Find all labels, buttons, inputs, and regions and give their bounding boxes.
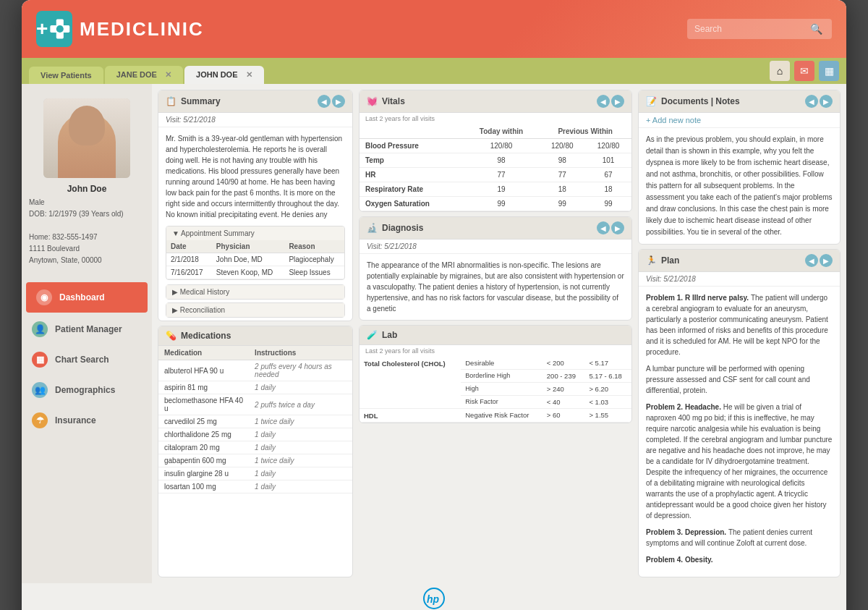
appt-reason: Sleep Issues <box>284 266 344 279</box>
home-icon-btn[interactable]: ⌂ <box>770 61 790 81</box>
meds-col-name: Medication <box>158 346 249 360</box>
vital-today: 19 <box>464 182 540 197</box>
medical-history-expandable: ▶ Medical History <box>166 284 345 300</box>
lab-header: 🧪 Lab <box>359 326 631 345</box>
plan-header: 🏃 Plan ◀ ▶ <box>639 250 840 272</box>
tab-john-doe[interactable]: JOHN DOE ✕ <box>184 66 264 84</box>
medication-row: chlorthalidone 25 mg1 daily <box>158 428 352 441</box>
summary-title: 📋 Summary <box>166 96 221 106</box>
medications-panel: 💊 Medications Medication Instructions <box>158 326 353 577</box>
med-name: albuterol HFA 90 u <box>158 360 249 381</box>
plan-problem-block: Problem 3. Depression. The patient denie… <box>646 527 833 548</box>
vitals-row: Blood Pressure120/80120/80120/80 <box>359 139 631 153</box>
med-name: insulin glargine 28 u <box>158 467 249 480</box>
lab-title: 🧪 Lab <box>367 330 397 340</box>
vitals-next-btn[interactable]: ▶ <box>611 95 624 108</box>
vitals-period: Last 2 years for all visits <box>359 113 631 124</box>
vitals-col-today: Today within <box>464 124 540 139</box>
patient-photo <box>43 98 130 178</box>
lab-sublevel: High <box>461 383 542 396</box>
vital-label: HR <box>359 168 464 182</box>
lab-range2: > 1.55 <box>584 409 631 423</box>
appt-date: 7/16/2017 <box>166 266 212 279</box>
hp-area: hp <box>22 583 846 610</box>
diagnosis-header: 🔬 Diagnosis ◀ ▶ <box>359 217 631 240</box>
vitals-nav: ◀ ▶ <box>597 95 624 108</box>
sidebar-item-demographics[interactable]: 👥 Demographics <box>22 375 152 405</box>
med-name: citalopram 20 mg <box>158 441 249 454</box>
plan-content: Problem 1. R IIIrd nerve palsy. The pati… <box>639 287 840 577</box>
lab-range1: > 240 <box>542 383 585 396</box>
summary-next-btn[interactable]: ▶ <box>332 95 345 108</box>
appointment-row: 2/1/2018John Doe, MDPlagiocephaly <box>166 253 344 266</box>
vital-ref: 101 <box>585 153 631 168</box>
medical-history-header[interactable]: ▶ Medical History <box>166 285 344 299</box>
summary-panel: 📋 Summary ◀ ▶ Visit: 5/21/2018 Mr. Smith… <box>158 90 353 321</box>
sidebar-item-patient-manager[interactable]: 👤 Patient Manager <box>22 314 152 344</box>
main-content: John Doe Male DOB: 1/2/1979 (39 Years ol… <box>22 84 846 583</box>
tabs: View Patients JANE DOE ✕ JOHN DOE ✕ <box>29 66 264 84</box>
sidebar-item-dashboard[interactable]: ◉ Dashboard <box>26 282 148 313</box>
plan-problem-label: Problem 4. Obesity. <box>646 556 713 564</box>
medications-title: 💊 Medications <box>166 331 231 341</box>
plan-nav: ◀ ▶ <box>805 254 833 267</box>
vitals-col-label <box>359 124 464 139</box>
vital-today: 77 <box>464 168 540 182</box>
diagnosis-next-btn[interactable]: ▶ <box>611 221 624 234</box>
search-input[interactable] <box>694 24 810 34</box>
summary-prev-btn[interactable]: ◀ <box>318 95 331 108</box>
tab-jane-doe[interactable]: JANE DOE ✕ <box>105 66 183 84</box>
vitals-col-previous: Previous Within <box>539 124 631 139</box>
documents-panel: 📝 Documents | Notes ◀ ▶ + Add new note A… <box>638 90 841 245</box>
summary-text: Mr. Smith is a 39-year-old gentleman wit… <box>158 127 352 221</box>
lab-sublevel: Negative Risk Factor <box>461 409 542 423</box>
diagnosis-visit: Visit: 5/21/2018 <box>359 240 631 254</box>
vitals-prev-btn[interactable]: ◀ <box>597 95 610 108</box>
appt-summary-header[interactable]: ▼ Appointment Summary <box>166 226 344 240</box>
logo-icon <box>36 11 72 47</box>
medication-row: losartan 100 mg1 daily <box>158 480 352 493</box>
med-instructions: 1 daily <box>249 467 352 480</box>
diagnosis-prev-btn[interactable]: ◀ <box>597 221 610 234</box>
sidebar-item-insurance[interactable]: ☂ Insurance <box>22 405 152 436</box>
medications-header: 💊 Medications <box>158 326 352 346</box>
med-instructions: 1 twice daily <box>249 415 352 428</box>
vitals-icon: 💓 <box>367 96 378 106</box>
left-column: 📋 Summary ◀ ▶ Visit: 5/21/2018 Mr. Smith… <box>158 90 353 577</box>
tab-jane-doe-close[interactable]: ✕ <box>165 70 171 79</box>
vitals-row: HR777767 <box>359 168 631 182</box>
mail-icon-btn[interactable]: ✉ <box>794 61 814 81</box>
search-bar[interactable]: 🔍 <box>687 19 832 39</box>
calendar-icon-btn[interactable]: ▦ <box>819 61 839 81</box>
sidebar-item-chart-search[interactable]: ▦ Chart Search <box>22 344 152 375</box>
svg-point-2 <box>56 25 64 33</box>
diagnosis-nav: ◀ ▶ <box>597 221 624 234</box>
right-column: 📝 Documents | Notes ◀ ▶ + Add new note A… <box>638 90 841 577</box>
med-name: gabapentin 600 mg <box>158 454 249 467</box>
documents-next-btn[interactable]: ▶ <box>820 95 833 108</box>
tab-view-patients[interactable]: View Patients <box>29 67 103 84</box>
vital-previous: 18 <box>539 182 585 197</box>
lab-range2: < 5.17 <box>584 357 631 370</box>
documents-prev-btn[interactable]: ◀ <box>805 95 818 108</box>
search-icon[interactable]: 🔍 <box>810 23 822 35</box>
logo-text: MEDICLINIC <box>80 18 204 41</box>
vital-previous: 120/80 <box>539 139 585 153</box>
documents-title: 📝 Documents | Notes <box>646 96 740 106</box>
plan-prev-btn[interactable]: ◀ <box>805 254 818 267</box>
tab-john-doe-close[interactable]: ✕ <box>246 70 252 79</box>
plan-next-btn[interactable]: ▶ <box>820 254 833 267</box>
vital-ref: 18 <box>585 182 631 197</box>
med-name: chlorthalidone 25 mg <box>158 428 249 441</box>
plan-problem-block: A lumbar puncture will be performed with… <box>646 363 833 396</box>
patient-manager-icon: 👤 <box>32 321 48 337</box>
medication-row: citalopram 20 mg1 daily <box>158 441 352 454</box>
reconciliation-header[interactable]: ▶ Reconciliation <box>166 303 344 317</box>
add-note-button[interactable]: + Add new note <box>639 113 840 128</box>
plan-title: 🏃 Plan <box>646 255 679 266</box>
lab-range1: < 200 <box>542 357 585 370</box>
lab-label: HDL <box>359 409 461 423</box>
plan-panel: 🏃 Plan ◀ ▶ Visit: 5/21/2018 Problem 1. R… <box>638 249 841 577</box>
med-name: aspirin 81 mg <box>158 381 249 394</box>
vitals-header: 💓 Vitals ◀ ▶ <box>359 90 631 113</box>
